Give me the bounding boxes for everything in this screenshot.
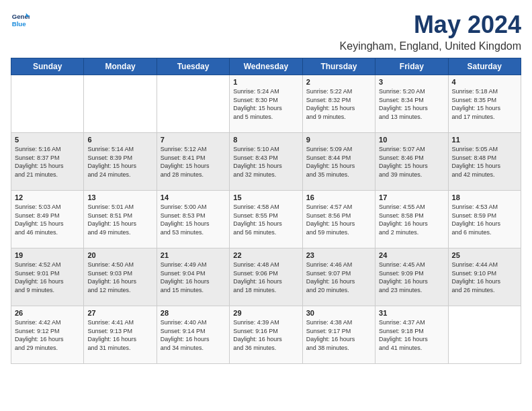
day-number: 21	[161, 251, 226, 259]
calendar-cell: 22Sunrise: 4:48 AM Sunset: 9:06 PM Dayli…	[230, 248, 302, 306]
calendar-cell: 26Sunrise: 4:42 AM Sunset: 9:12 PM Dayli…	[11, 306, 84, 364]
calendar-cell	[157, 75, 229, 133]
day-number: 30	[306, 309, 371, 317]
calendar-cell: 17Sunrise: 4:55 AM Sunset: 8:58 PM Dayli…	[375, 191, 448, 248]
day-number: 8	[233, 136, 298, 144]
day-details: Sunrise: 5:03 AM Sunset: 8:49 PM Dayligh…	[15, 203, 80, 236]
calendar-table: SundayMondayTuesdayWednesdayThursdayFrid…	[11, 58, 521, 364]
day-number: 16	[306, 193, 371, 201]
calendar-cell: 18Sunrise: 4:53 AM Sunset: 8:59 PM Dayli…	[448, 191, 521, 248]
calendar-header: SundayMondayTuesdayWednesdayThursdayFrid…	[11, 58, 521, 75]
calendar-cell: 27Sunrise: 4:41 AM Sunset: 9:13 PM Dayli…	[84, 306, 157, 364]
day-number: 3	[379, 78, 444, 86]
calendar-title: May 2024	[340, 11, 521, 39]
day-details: Sunrise: 4:38 AM Sunset: 9:17 PM Dayligh…	[306, 318, 371, 352]
day-number: 18	[452, 193, 517, 201]
day-number: 6	[87, 136, 152, 144]
calendar-cell: 13Sunrise: 5:01 AM Sunset: 8:51 PM Dayli…	[84, 191, 157, 248]
calendar-cell: 2Sunrise: 5:22 AM Sunset: 8:32 PM Daylig…	[302, 75, 375, 133]
calendar-cell	[11, 75, 84, 133]
calendar-cell: 31Sunrise: 4:37 AM Sunset: 9:18 PM Dayli…	[375, 306, 448, 364]
day-details: Sunrise: 4:44 AM Sunset: 9:10 PM Dayligh…	[452, 261, 517, 294]
calendar-cell: 4Sunrise: 5:18 AM Sunset: 8:35 PM Daylig…	[448, 75, 521, 133]
day-number: 4	[452, 78, 517, 86]
calendar-cell	[448, 306, 521, 364]
calendar-cell: 14Sunrise: 5:00 AM Sunset: 8:53 PM Dayli…	[157, 191, 229, 248]
calendar-cell: 12Sunrise: 5:03 AM Sunset: 8:49 PM Dayli…	[11, 191, 84, 248]
day-details: Sunrise: 4:40 AM Sunset: 9:14 PM Dayligh…	[161, 318, 226, 352]
header-cell-tuesday: Tuesday	[157, 58, 229, 75]
calendar-cell: 21Sunrise: 4:49 AM Sunset: 9:04 PM Dayli…	[157, 248, 229, 306]
calendar-cell: 24Sunrise: 4:45 AM Sunset: 9:09 PM Dayli…	[375, 248, 448, 306]
day-number: 29	[233, 309, 298, 317]
day-details: Sunrise: 4:58 AM Sunset: 8:55 PM Dayligh…	[233, 203, 298, 236]
calendar-cell: 16Sunrise: 4:57 AM Sunset: 8:56 PM Dayli…	[302, 191, 375, 248]
calendar-body: 1Sunrise: 5:24 AM Sunset: 8:30 PM Daylig…	[11, 75, 521, 364]
logo: General Blue	[11, 11, 30, 30]
calendar-cell	[84, 75, 157, 133]
day-details: Sunrise: 5:24 AM Sunset: 8:30 PM Dayligh…	[233, 87, 298, 121]
day-number: 20	[87, 251, 152, 259]
calendar-cell: 25Sunrise: 4:44 AM Sunset: 9:10 PM Dayli…	[448, 248, 521, 306]
logo-icon: General Blue	[11, 11, 30, 30]
header-cell-sunday: Sunday	[11, 58, 84, 75]
header-cell-monday: Monday	[84, 58, 157, 75]
calendar-cell: 6Sunrise: 5:14 AM Sunset: 8:39 PM Daylig…	[84, 133, 157, 191]
day-number: 9	[306, 136, 371, 144]
day-number: 19	[15, 251, 80, 259]
day-number: 14	[161, 193, 226, 201]
calendar-cell: 8Sunrise: 5:10 AM Sunset: 8:43 PM Daylig…	[230, 133, 302, 191]
header-row: SundayMondayTuesdayWednesdayThursdayFrid…	[11, 58, 521, 75]
day-details: Sunrise: 4:53 AM Sunset: 8:59 PM Dayligh…	[452, 203, 517, 236]
day-number: 5	[15, 136, 80, 144]
title-area: May 2024 Keyingham, England, United King…	[340, 11, 521, 52]
day-details: Sunrise: 5:12 AM Sunset: 8:41 PM Dayligh…	[161, 145, 226, 179]
calendar-cell: 5Sunrise: 5:16 AM Sunset: 8:37 PM Daylig…	[11, 133, 84, 191]
day-number: 13	[87, 193, 152, 201]
day-details: Sunrise: 5:14 AM Sunset: 8:39 PM Dayligh…	[87, 145, 152, 179]
day-details: Sunrise: 5:20 AM Sunset: 8:34 PM Dayligh…	[379, 87, 444, 121]
calendar-cell: 10Sunrise: 5:07 AM Sunset: 8:46 PM Dayli…	[375, 133, 448, 191]
day-number: 31	[379, 309, 444, 317]
calendar-cell: 11Sunrise: 5:05 AM Sunset: 8:48 PM Dayli…	[448, 133, 521, 191]
day-details: Sunrise: 4:37 AM Sunset: 9:18 PM Dayligh…	[379, 318, 444, 352]
day-number: 15	[233, 193, 298, 201]
calendar-cell: 20Sunrise: 4:50 AM Sunset: 9:03 PM Dayli…	[84, 248, 157, 306]
day-details: Sunrise: 5:18 AM Sunset: 8:35 PM Dayligh…	[452, 87, 517, 121]
day-number: 7	[161, 136, 226, 144]
day-number: 11	[452, 136, 517, 144]
day-details: Sunrise: 5:05 AM Sunset: 8:48 PM Dayligh…	[452, 145, 517, 179]
day-details: Sunrise: 4:39 AM Sunset: 9:16 PM Dayligh…	[233, 318, 298, 352]
day-number: 2	[306, 78, 371, 86]
day-number: 23	[306, 251, 371, 259]
calendar-cell: 29Sunrise: 4:39 AM Sunset: 9:16 PM Dayli…	[230, 306, 302, 364]
day-details: Sunrise: 5:22 AM Sunset: 8:32 PM Dayligh…	[306, 87, 371, 121]
day-number: 17	[379, 193, 444, 201]
day-number: 22	[233, 251, 298, 259]
day-details: Sunrise: 4:52 AM Sunset: 9:01 PM Dayligh…	[15, 261, 80, 294]
header-cell-wednesday: Wednesday	[230, 58, 302, 75]
calendar-week-5: 26Sunrise: 4:42 AM Sunset: 9:12 PM Dayli…	[11, 306, 521, 364]
day-number: 28	[161, 309, 226, 317]
day-details: Sunrise: 4:41 AM Sunset: 9:13 PM Dayligh…	[87, 318, 152, 352]
calendar-cell: 15Sunrise: 4:58 AM Sunset: 8:55 PM Dayli…	[230, 191, 302, 248]
calendar-cell: 30Sunrise: 4:38 AM Sunset: 9:17 PM Dayli…	[302, 306, 375, 364]
day-details: Sunrise: 5:16 AM Sunset: 8:37 PM Dayligh…	[15, 145, 80, 179]
day-number: 26	[15, 309, 80, 317]
calendar-subtitle: Keyingham, England, United Kingdom	[340, 40, 521, 52]
day-details: Sunrise: 5:09 AM Sunset: 8:44 PM Dayligh…	[306, 145, 371, 179]
day-number: 25	[452, 251, 517, 259]
calendar-cell: 3Sunrise: 5:20 AM Sunset: 8:34 PM Daylig…	[375, 75, 448, 133]
day-number: 27	[87, 309, 152, 317]
calendar-cell: 19Sunrise: 4:52 AM Sunset: 9:01 PM Dayli…	[11, 248, 84, 306]
calendar-cell: 28Sunrise: 4:40 AM Sunset: 9:14 PM Dayli…	[157, 306, 229, 364]
calendar-week-3: 12Sunrise: 5:03 AM Sunset: 8:49 PM Dayli…	[11, 191, 521, 248]
day-number: 1	[233, 78, 298, 86]
day-number: 24	[379, 251, 444, 259]
day-details: Sunrise: 4:46 AM Sunset: 9:07 PM Dayligh…	[306, 261, 371, 294]
day-details: Sunrise: 4:48 AM Sunset: 9:06 PM Dayligh…	[233, 261, 298, 294]
calendar-cell: 23Sunrise: 4:46 AM Sunset: 9:07 PM Dayli…	[302, 248, 375, 306]
calendar-week-4: 19Sunrise: 4:52 AM Sunset: 9:01 PM Dayli…	[11, 248, 521, 306]
calendar-week-1: 1Sunrise: 5:24 AM Sunset: 8:30 PM Daylig…	[11, 75, 521, 133]
header: General Blue May 2024 Keyingham, England…	[11, 11, 521, 52]
